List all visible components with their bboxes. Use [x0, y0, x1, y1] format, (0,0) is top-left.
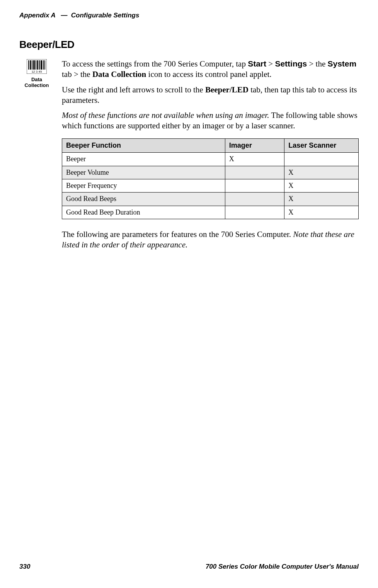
- ui-beeper-led: Beeper/LED: [205, 85, 249, 94]
- icon-label-line2: Collection: [25, 82, 49, 88]
- content-row: 12 3 45 Data Collection To access the se…: [19, 58, 359, 255]
- svg-rect-10: [44, 60, 45, 70]
- ui-start: Start: [248, 59, 266, 68]
- paragraph-3: Most of these functions are not availabl…: [62, 110, 359, 131]
- icon-column: 12 3 45 Data Collection: [19, 58, 54, 89]
- ui-data-collection: Data Collection: [92, 70, 146, 79]
- page-header: Appendix A — Configurable Settings: [19, 12, 359, 19]
- table-row: Good Read Beeps X: [62, 193, 359, 206]
- icon-label-line1: Data: [31, 77, 42, 82]
- ui-system: System: [327, 59, 356, 68]
- section-title: Beeper/LED: [19, 39, 359, 51]
- icon-label: Data Collection: [19, 77, 54, 89]
- table-row: Beeper Volume X: [62, 166, 359, 179]
- header-title: Configurable Settings: [71, 12, 140, 19]
- footer-title: 700 Series Color Mobile Computer User's …: [206, 563, 359, 571]
- svg-text:12 3 45: 12 3 45: [32, 70, 42, 73]
- page-footer: 330 700 Series Color Mobile Computer Use…: [19, 563, 359, 571]
- header-dash: —: [61, 12, 67, 19]
- table-row: Beeper X: [62, 153, 359, 166]
- header-letter: A: [51, 12, 56, 19]
- paragraph-4: The following are parameters for feature…: [62, 229, 359, 251]
- table-row: Good Read Beep Duration X: [62, 206, 359, 219]
- svg-rect-8: [41, 60, 42, 70]
- svg-rect-4: [33, 60, 35, 70]
- svg-rect-2: [30, 60, 31, 70]
- th-function: Beeper Function: [62, 138, 225, 152]
- para3-italic: Most of these functions are not availabl…: [62, 111, 269, 120]
- barcode-icon: 12 3 45: [27, 59, 47, 74]
- text-column: To access the settings from the 700 Seri…: [62, 58, 359, 255]
- header-appendix: Appendix: [19, 12, 49, 19]
- svg-rect-9: [43, 60, 44, 70]
- th-imager: Imager: [225, 138, 284, 152]
- beeper-function-table: Beeper Function Imager Laser Scanner Bee…: [62, 138, 359, 219]
- svg-rect-3: [32, 60, 32, 70]
- table-row: Beeper Frequency X: [62, 179, 359, 192]
- paragraph-1: To access the settings from the 700 Seri…: [62, 58, 359, 80]
- svg-rect-5: [36, 60, 36, 70]
- paragraph-2: Use the right and left arrows to scroll …: [62, 85, 359, 106]
- th-laser: Laser Scanner: [284, 138, 359, 152]
- page-number: 330: [19, 563, 30, 571]
- svg-rect-1: [28, 60, 29, 70]
- ui-settings: Settings: [275, 59, 307, 68]
- svg-rect-6: [37, 60, 38, 70]
- svg-rect-7: [39, 60, 40, 70]
